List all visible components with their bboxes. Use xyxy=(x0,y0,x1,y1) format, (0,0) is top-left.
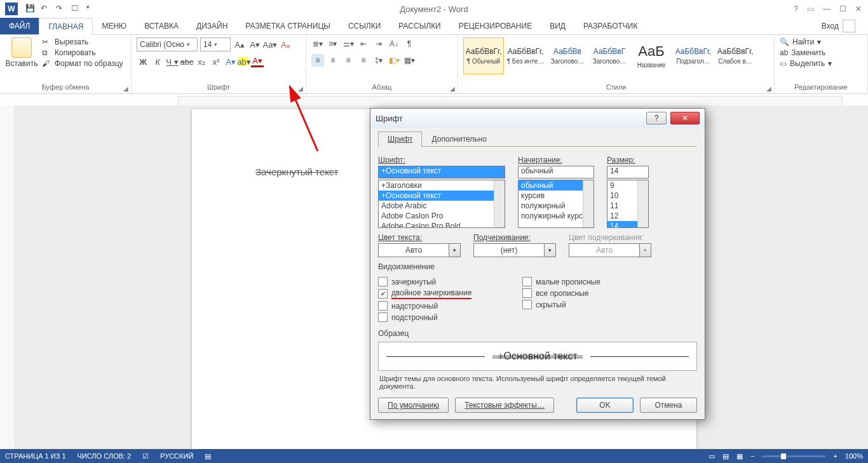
sign-in[interactable]: Вход xyxy=(809,18,868,34)
font-size-combo[interactable]: 14▾ xyxy=(200,37,231,51)
replace-button[interactable]: abЗаменить xyxy=(780,48,862,57)
borders-button[interactable]: ▦▾ xyxy=(403,54,416,67)
copy-button[interactable]: ⧉Копировать xyxy=(42,48,123,57)
tab-references[interactable]: ССЫЛКИ xyxy=(339,18,390,34)
tab-insert[interactable]: ВСТАВКА xyxy=(135,18,187,34)
tab-home[interactable]: ГЛАВНАЯ xyxy=(39,18,93,35)
text-effects-button[interactable]: A▾ xyxy=(224,55,237,68)
new-doc-icon[interactable]: ☐ xyxy=(71,4,81,14)
numbering-button[interactable]: ≡▾ xyxy=(327,37,339,50)
show-marks-button[interactable]: ¶ xyxy=(403,37,416,50)
font-size-list[interactable]: 910111214 xyxy=(607,180,649,228)
change-case-icon[interactable]: Aa▾ xyxy=(264,38,276,51)
checkbox-small-caps[interactable]: малые прописные xyxy=(522,277,600,286)
sort-button[interactable]: A↓ xyxy=(388,37,400,50)
grow-font-icon[interactable]: A▴ xyxy=(233,38,246,51)
ribbon-options-icon[interactable]: ▭ xyxy=(807,4,814,13)
font-color-button[interactable]: A▾ xyxy=(251,56,264,67)
superscript-button[interactable]: x² xyxy=(210,55,222,68)
redo-icon[interactable]: ↷ xyxy=(56,4,66,14)
checkbox-hidden[interactable]: скрытый xyxy=(522,300,600,309)
tab-view[interactable]: ВИД xyxy=(541,18,574,34)
style-card[interactable]: АаБбВвЗаголово… xyxy=(547,37,588,74)
font-size-input[interactable]: 14 xyxy=(607,166,649,178)
style-card[interactable]: АаБбВвГг,¶ Обычный xyxy=(463,37,504,74)
find-button[interactable]: 🔍Найти ▾ xyxy=(780,37,862,46)
list-item[interactable]: +Заголовки xyxy=(379,180,505,191)
tab-mailings[interactable]: РАССЫЛКИ xyxy=(390,18,449,34)
style-card[interactable]: АаБбВвГг,Подзагол… xyxy=(673,37,714,74)
format-painter-button[interactable]: 🖌Формат по образцу xyxy=(42,59,123,68)
dialog-tab-font[interactable]: Шрифт xyxy=(378,131,422,147)
dialog-help-button[interactable]: ? xyxy=(646,112,667,124)
subscript-button[interactable]: x₂ xyxy=(195,55,208,68)
checkbox-subscript[interactable]: подстрочный xyxy=(378,312,471,322)
save-icon[interactable]: 💾 xyxy=(25,4,36,14)
help-icon[interactable]: ? xyxy=(794,4,798,13)
zoom-out-icon[interactable]: − xyxy=(750,452,754,460)
shrink-font-icon[interactable]: A▾ xyxy=(248,38,261,51)
view-print-icon[interactable]: ▤ xyxy=(722,452,729,460)
view-read-icon[interactable]: ▭ xyxy=(709,452,715,460)
tab-design[interactable]: ДИЗАЙН xyxy=(187,18,236,34)
style-card[interactable]: АаБбВвГг,¶ Без инте… xyxy=(505,37,546,74)
checkbox-superscript[interactable]: надстрочный xyxy=(378,301,471,311)
tab-review[interactable]: РЕЦЕНЗИРОВАНИЕ xyxy=(450,18,541,34)
font-color-dropdown[interactable]: Авто▾ xyxy=(378,243,461,257)
undo-icon[interactable]: ↶ xyxy=(41,4,51,14)
status-page[interactable]: СТРАНИЦА 1 ИЗ 1 xyxy=(5,452,66,460)
style-card[interactable]: АаБбВвГЗаголово… xyxy=(589,37,630,74)
underline-button[interactable]: Ч ▾ xyxy=(166,55,179,68)
maximize-icon[interactable]: ☐ xyxy=(839,4,846,13)
checkbox-strikethrough[interactable]: зачеркнутый xyxy=(378,277,471,286)
style-card[interactable]: АаБНазвание xyxy=(631,37,672,74)
set-default-button[interactable]: По умолчанию xyxy=(378,398,449,413)
list-item[interactable]: Adobe Caslon Pro Bold xyxy=(379,221,505,228)
align-left-button[interactable]: ≡ xyxy=(311,54,324,67)
qat-more-icon[interactable]: ▾ xyxy=(86,4,97,14)
increase-indent-button[interactable]: ⇥ xyxy=(372,37,385,50)
styles-dialog-launcher[interactable]: ◢ xyxy=(765,84,773,92)
document-text[interactable]: Зачеркнутый текст xyxy=(255,166,338,177)
justify-button[interactable]: ≡ xyxy=(357,54,370,67)
font-dialog-launcher[interactable]: ◢ xyxy=(297,84,304,92)
dialog-tab-advanced[interactable]: Дополнительно xyxy=(422,131,496,146)
checkbox-double-strikethrough[interactable]: двойное зачеркивание xyxy=(378,288,471,299)
ruler-vertical[interactable] xyxy=(0,105,15,449)
text-effects-button[interactable]: Текстовые эффекты… xyxy=(455,398,554,413)
dialog-titlebar[interactable]: Шрифт ? ✕ xyxy=(370,109,705,128)
align-right-button[interactable]: ≡ xyxy=(342,54,355,67)
italic-button[interactable]: К xyxy=(151,55,164,68)
select-button[interactable]: ▭Выделить ▾ xyxy=(780,59,862,68)
style-card[interactable]: АаБбВвГг,Слабое в… xyxy=(715,37,756,74)
zoom-slider[interactable] xyxy=(762,455,825,457)
status-language[interactable]: РУССКИЙ xyxy=(160,452,193,460)
align-center-button[interactable]: ≡ xyxy=(327,54,339,67)
status-word-count[interactable]: ЧИСЛО СЛОВ: 2 xyxy=(78,452,132,460)
paragraph-dialog-launcher[interactable]: ◢ xyxy=(449,84,456,92)
close-icon[interactable]: ✕ xyxy=(855,4,862,13)
minimize-icon[interactable]: — xyxy=(823,4,831,13)
cut-button[interactable]: ✂Вырезать xyxy=(42,37,123,46)
list-item[interactable]: +Основной текст xyxy=(379,191,505,201)
scrollbar[interactable] xyxy=(494,180,505,227)
zoom-in-icon[interactable]: + xyxy=(833,452,837,460)
line-spacing-button[interactable]: ‡▾ xyxy=(372,54,385,67)
tab-layout[interactable]: РАЗМЕТКА СТРАНИЦЫ xyxy=(236,18,339,34)
font-style-list[interactable]: обычныйкурсивполужирныйполужирный курсив xyxy=(518,180,594,228)
clipboard-dialog-launcher[interactable]: ◢ xyxy=(122,84,130,92)
zoom-level[interactable]: 100% xyxy=(845,452,863,460)
shading-button[interactable]: ◧▾ xyxy=(388,54,400,67)
font-name-list[interactable]: +Заголовки+Основной текстAdobe ArabicAdo… xyxy=(378,180,505,228)
font-style-input[interactable]: обычный xyxy=(518,166,594,178)
underline-dropdown[interactable]: (нет)▾ xyxy=(473,243,556,257)
styles-gallery[interactable]: АаБбВвГг,¶ ОбычныйАаБбВвГг,¶ Без инте…Аа… xyxy=(463,37,769,74)
tab-menu[interactable]: Меню xyxy=(93,18,135,34)
dialog-close-button[interactable]: ✕ xyxy=(670,112,700,124)
status-macro-icon[interactable]: ▤ xyxy=(205,452,211,460)
list-item[interactable]: Adobe Caslon Pro xyxy=(379,211,505,221)
ok-button[interactable]: OK xyxy=(576,398,634,413)
font-name-input[interactable]: +Основной текст xyxy=(378,166,505,178)
highlight-button[interactable]: ab▾ xyxy=(239,57,249,66)
bold-button[interactable]: Ж xyxy=(137,55,149,68)
